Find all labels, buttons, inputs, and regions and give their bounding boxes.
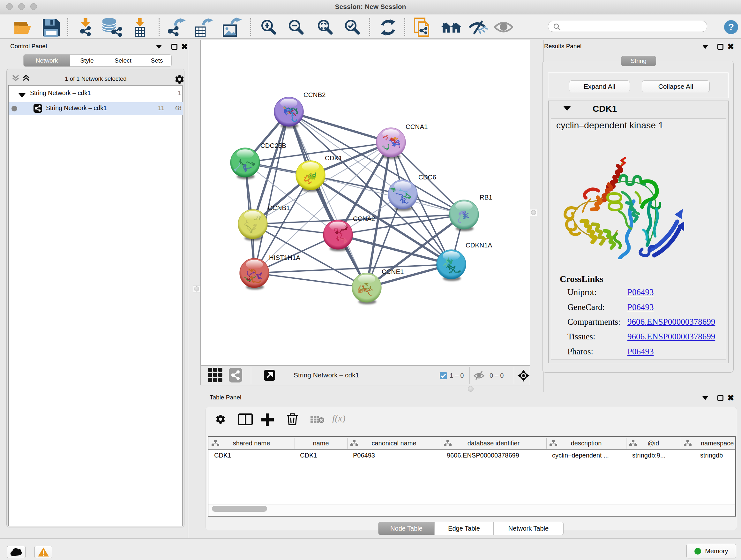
svg-text:CDC25B: CDC25B: [260, 142, 286, 149]
svg-text:CCNB1: CCNB1: [268, 204, 290, 211]
svg-text:CCNA2: CCNA2: [353, 215, 375, 222]
svg-text:?: ?: [728, 22, 734, 32]
svg-text:CCNE1: CCNE1: [382, 268, 404, 275]
svg-text:CDKN1A: CDKN1A: [466, 241, 492, 249]
svg-text:CCNB2: CCNB2: [304, 91, 326, 98]
svg-text:RB1: RB1: [480, 193, 492, 201]
svg-text:CCNA1: CCNA1: [406, 123, 428, 130]
svg-text:CDK1: CDK1: [325, 154, 342, 162]
svg-text:HIST1H1A: HIST1H1A: [269, 254, 300, 261]
svg-text:CDC6: CDC6: [418, 173, 436, 181]
